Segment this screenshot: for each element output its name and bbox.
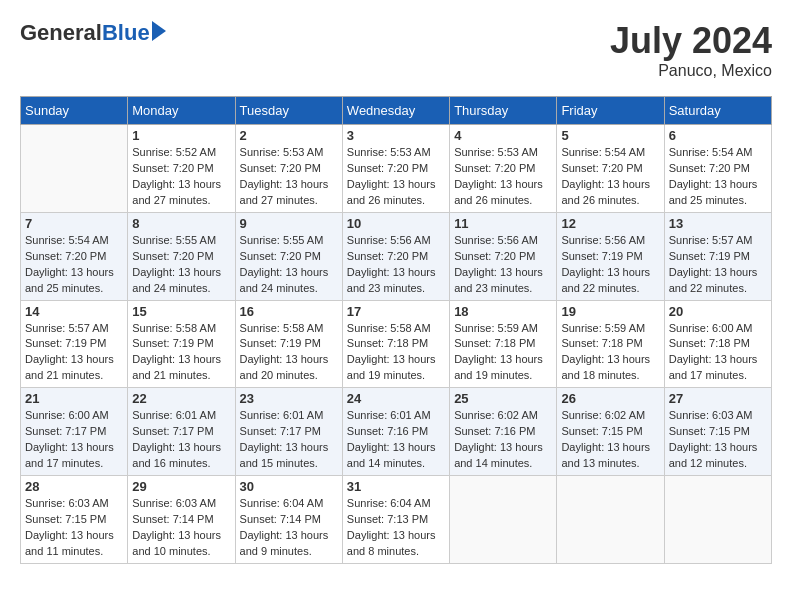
- day-info: Sunrise: 6:00 AM Sunset: 7:17 PM Dayligh…: [25, 408, 123, 472]
- calendar-week-row: 7Sunrise: 5:54 AM Sunset: 7:20 PM Daylig…: [21, 212, 772, 300]
- day-info: Sunrise: 6:01 AM Sunset: 7:17 PM Dayligh…: [132, 408, 230, 472]
- logo: General Blue: [20, 20, 166, 46]
- calendar-cell: 17Sunrise: 5:58 AM Sunset: 7:18 PM Dayli…: [342, 300, 449, 388]
- day-number: 21: [25, 391, 123, 406]
- day-of-week-header: Wednesday: [342, 97, 449, 125]
- day-info: Sunrise: 5:56 AM Sunset: 7:19 PM Dayligh…: [561, 233, 659, 297]
- calendar-cell: 26Sunrise: 6:02 AM Sunset: 7:15 PM Dayli…: [557, 388, 664, 476]
- day-number: 22: [132, 391, 230, 406]
- day-of-week-header: Tuesday: [235, 97, 342, 125]
- day-info: Sunrise: 6:03 AM Sunset: 7:15 PM Dayligh…: [25, 496, 123, 560]
- day-info: Sunrise: 5:53 AM Sunset: 7:20 PM Dayligh…: [454, 145, 552, 209]
- day-number: 25: [454, 391, 552, 406]
- day-number: 6: [669, 128, 767, 143]
- day-info: Sunrise: 5:57 AM Sunset: 7:19 PM Dayligh…: [669, 233, 767, 297]
- calendar-cell: 29Sunrise: 6:03 AM Sunset: 7:14 PM Dayli…: [128, 476, 235, 564]
- day-info: Sunrise: 5:55 AM Sunset: 7:20 PM Dayligh…: [240, 233, 338, 297]
- calendar-cell: 22Sunrise: 6:01 AM Sunset: 7:17 PM Dayli…: [128, 388, 235, 476]
- day-number: 24: [347, 391, 445, 406]
- calendar-cell: 27Sunrise: 6:03 AM Sunset: 7:15 PM Dayli…: [664, 388, 771, 476]
- day-info: Sunrise: 5:53 AM Sunset: 7:20 PM Dayligh…: [347, 145, 445, 209]
- calendar-cell: 11Sunrise: 5:56 AM Sunset: 7:20 PM Dayli…: [450, 212, 557, 300]
- calendar-cell: 6Sunrise: 5:54 AM Sunset: 7:20 PM Daylig…: [664, 125, 771, 213]
- day-info: Sunrise: 6:01 AM Sunset: 7:16 PM Dayligh…: [347, 408, 445, 472]
- logo-arrow-icon: [152, 21, 166, 41]
- day-of-week-header: Monday: [128, 97, 235, 125]
- calendar-cell: 24Sunrise: 6:01 AM Sunset: 7:16 PM Dayli…: [342, 388, 449, 476]
- day-info: Sunrise: 5:59 AM Sunset: 7:18 PM Dayligh…: [561, 321, 659, 385]
- calendar-week-row: 14Sunrise: 5:57 AM Sunset: 7:19 PM Dayli…: [21, 300, 772, 388]
- day-number: 5: [561, 128, 659, 143]
- day-number: 8: [132, 216, 230, 231]
- calendar-cell: [21, 125, 128, 213]
- calendar-cell: 4Sunrise: 5:53 AM Sunset: 7:20 PM Daylig…: [450, 125, 557, 213]
- day-of-week-header: Thursday: [450, 97, 557, 125]
- day-number: 18: [454, 304, 552, 319]
- calendar-cell: 18Sunrise: 5:59 AM Sunset: 7:18 PM Dayli…: [450, 300, 557, 388]
- day-info: Sunrise: 5:55 AM Sunset: 7:20 PM Dayligh…: [132, 233, 230, 297]
- calendar-cell: 5Sunrise: 5:54 AM Sunset: 7:20 PM Daylig…: [557, 125, 664, 213]
- day-number: 19: [561, 304, 659, 319]
- calendar-cell: [450, 476, 557, 564]
- day-number: 3: [347, 128, 445, 143]
- day-number: 14: [25, 304, 123, 319]
- month-year-title: July 2024: [610, 20, 772, 62]
- calendar-cell: 1Sunrise: 5:52 AM Sunset: 7:20 PM Daylig…: [128, 125, 235, 213]
- day-number: 28: [25, 479, 123, 494]
- day-number: 2: [240, 128, 338, 143]
- day-info: Sunrise: 5:53 AM Sunset: 7:20 PM Dayligh…: [240, 145, 338, 209]
- location-subtitle: Panuco, Mexico: [610, 62, 772, 80]
- calendar-cell: [664, 476, 771, 564]
- day-info: Sunrise: 6:03 AM Sunset: 7:14 PM Dayligh…: [132, 496, 230, 560]
- day-number: 29: [132, 479, 230, 494]
- day-info: Sunrise: 6:04 AM Sunset: 7:14 PM Dayligh…: [240, 496, 338, 560]
- logo-general-text: General: [20, 20, 102, 46]
- calendar-cell: 2Sunrise: 5:53 AM Sunset: 7:20 PM Daylig…: [235, 125, 342, 213]
- day-number: 13: [669, 216, 767, 231]
- days-of-week-row: SundayMondayTuesdayWednesdayThursdayFrid…: [21, 97, 772, 125]
- day-of-week-header: Saturday: [664, 97, 771, 125]
- calendar-cell: 23Sunrise: 6:01 AM Sunset: 7:17 PM Dayli…: [235, 388, 342, 476]
- calendar-header: SundayMondayTuesdayWednesdayThursdayFrid…: [21, 97, 772, 125]
- day-number: 15: [132, 304, 230, 319]
- day-info: Sunrise: 5:54 AM Sunset: 7:20 PM Dayligh…: [561, 145, 659, 209]
- calendar-cell: 21Sunrise: 6:00 AM Sunset: 7:17 PM Dayli…: [21, 388, 128, 476]
- calendar-cell: 12Sunrise: 5:56 AM Sunset: 7:19 PM Dayli…: [557, 212, 664, 300]
- day-of-week-header: Friday: [557, 97, 664, 125]
- logo-blue-text: Blue: [102, 20, 150, 46]
- calendar-cell: 7Sunrise: 5:54 AM Sunset: 7:20 PM Daylig…: [21, 212, 128, 300]
- day-number: 7: [25, 216, 123, 231]
- day-number: 9: [240, 216, 338, 231]
- calendar-cell: 16Sunrise: 5:58 AM Sunset: 7:19 PM Dayli…: [235, 300, 342, 388]
- calendar-cell: 31Sunrise: 6:04 AM Sunset: 7:13 PM Dayli…: [342, 476, 449, 564]
- day-number: 20: [669, 304, 767, 319]
- calendar-cell: 25Sunrise: 6:02 AM Sunset: 7:16 PM Dayli…: [450, 388, 557, 476]
- day-info: Sunrise: 5:58 AM Sunset: 7:18 PM Dayligh…: [347, 321, 445, 385]
- calendar-cell: 9Sunrise: 5:55 AM Sunset: 7:20 PM Daylig…: [235, 212, 342, 300]
- calendar-table: SundayMondayTuesdayWednesdayThursdayFrid…: [20, 96, 772, 564]
- day-info: Sunrise: 6:04 AM Sunset: 7:13 PM Dayligh…: [347, 496, 445, 560]
- calendar-cell: 19Sunrise: 5:59 AM Sunset: 7:18 PM Dayli…: [557, 300, 664, 388]
- day-info: Sunrise: 6:02 AM Sunset: 7:16 PM Dayligh…: [454, 408, 552, 472]
- day-number: 11: [454, 216, 552, 231]
- day-number: 23: [240, 391, 338, 406]
- day-info: Sunrise: 5:58 AM Sunset: 7:19 PM Dayligh…: [132, 321, 230, 385]
- day-number: 4: [454, 128, 552, 143]
- day-number: 17: [347, 304, 445, 319]
- day-info: Sunrise: 5:54 AM Sunset: 7:20 PM Dayligh…: [669, 145, 767, 209]
- day-info: Sunrise: 5:56 AM Sunset: 7:20 PM Dayligh…: [347, 233, 445, 297]
- day-info: Sunrise: 5:57 AM Sunset: 7:19 PM Dayligh…: [25, 321, 123, 385]
- day-number: 26: [561, 391, 659, 406]
- day-info: Sunrise: 5:58 AM Sunset: 7:19 PM Dayligh…: [240, 321, 338, 385]
- day-info: Sunrise: 6:00 AM Sunset: 7:18 PM Dayligh…: [669, 321, 767, 385]
- calendar-cell: [557, 476, 664, 564]
- day-number: 30: [240, 479, 338, 494]
- calendar-cell: 3Sunrise: 5:53 AM Sunset: 7:20 PM Daylig…: [342, 125, 449, 213]
- day-number: 31: [347, 479, 445, 494]
- calendar-cell: 8Sunrise: 5:55 AM Sunset: 7:20 PM Daylig…: [128, 212, 235, 300]
- calendar-week-row: 21Sunrise: 6:00 AM Sunset: 7:17 PM Dayli…: [21, 388, 772, 476]
- calendar-week-row: 1Sunrise: 5:52 AM Sunset: 7:20 PM Daylig…: [21, 125, 772, 213]
- day-number: 10: [347, 216, 445, 231]
- day-info: Sunrise: 5:52 AM Sunset: 7:20 PM Dayligh…: [132, 145, 230, 209]
- day-info: Sunrise: 6:01 AM Sunset: 7:17 PM Dayligh…: [240, 408, 338, 472]
